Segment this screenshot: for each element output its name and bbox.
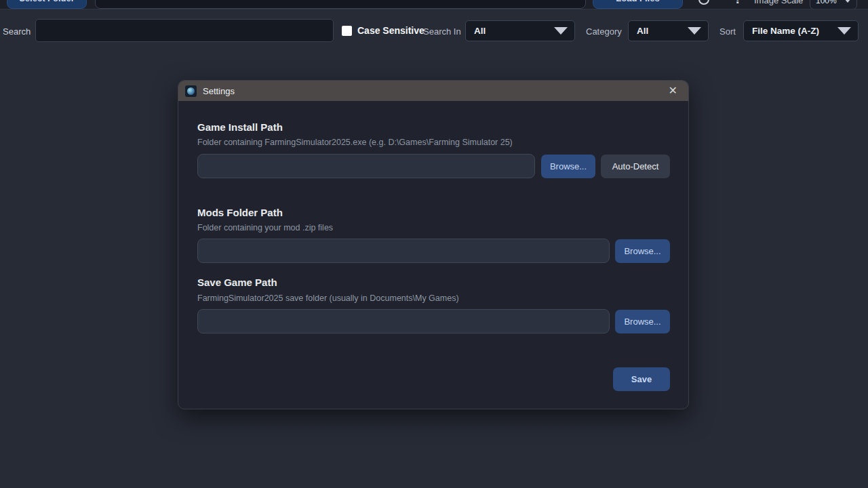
game-install-path-input[interactable] <box>197 154 535 178</box>
app-icon-orb <box>187 87 195 95</box>
mods-folder-path-input[interactable] <box>197 239 610 263</box>
search-input[interactable] <box>35 19 334 42</box>
mods-folder-heading: Mods Folder Path <box>197 207 283 218</box>
category-dropdown[interactable]: All <box>628 20 709 41</box>
case-sensitive-checkbox[interactable] <box>342 26 352 36</box>
game-install-heading: Game Install Path <box>197 121 283 133</box>
save-button[interactable]: Save <box>613 367 670 391</box>
top-toolbar: Select Folder Load Files ? Image Scale 1… <box>0 0 868 9</box>
dialog-title: Settings <box>203 86 235 96</box>
dialog-titlebar[interactable]: Settings ✕ <box>178 81 688 101</box>
sort-dropdown[interactable]: File Name (A-Z) <box>743 20 859 41</box>
help-icon[interactable]: ? <box>734 0 742 7</box>
mods-folder-browse-button[interactable]: Browse... <box>615 239 670 263</box>
app-icon <box>185 85 197 97</box>
game-install-browse-button[interactable]: Browse... <box>541 155 595 178</box>
game-install-description: Folder containing FarmingSimulator2025.e… <box>197 138 513 147</box>
category-value: All <box>637 26 682 36</box>
close-icon[interactable]: ✕ <box>665 84 682 98</box>
save-game-description: FarmingSimulator2025 save folder (usuall… <box>197 293 459 303</box>
chevron-down-icon <box>837 27 851 35</box>
chevron-down-icon <box>688 27 701 35</box>
settings-dialog: Settings ✕ Game Install Path Folder cont… <box>178 80 689 409</box>
case-sensitive-label: Case Sensitive <box>357 25 425 36</box>
search-in-value: All <box>474 26 549 36</box>
mods-folder-description: Folder containing your mod .zip files <box>197 223 333 232</box>
sort-label: Sort <box>719 26 736 37</box>
filter-bar: Search Case Sensitive Search In All Cate… <box>0 9 868 49</box>
save-game-heading: Save Game Path <box>197 277 277 288</box>
chevron-down-icon <box>844 0 851 3</box>
image-scale-dropdown[interactable]: 100% <box>810 0 857 9</box>
search-in-dropdown[interactable]: All <box>465 20 575 41</box>
chevron-down-icon <box>554 27 568 35</box>
category-label: Category <box>586 26 622 37</box>
save-game-path-input[interactable] <box>197 309 610 333</box>
search-label: Search <box>3 26 31 37</box>
image-scale-value: 100% <box>816 0 844 5</box>
select-folder-button[interactable]: Select Folder <box>7 0 87 9</box>
load-files-button[interactable]: Load Files <box>593 0 683 9</box>
auto-detect-button[interactable]: Auto-Detect <box>601 155 670 178</box>
save-game-browse-button[interactable]: Browse... <box>615 310 670 333</box>
image-scale-label: Image Scale <box>754 0 803 5</box>
search-in-label: Search In <box>423 26 461 37</box>
sort-value: File Name (A-Z) <box>752 26 832 36</box>
folder-path-input[interactable] <box>95 0 586 9</box>
gear-icon[interactable] <box>698 0 709 5</box>
